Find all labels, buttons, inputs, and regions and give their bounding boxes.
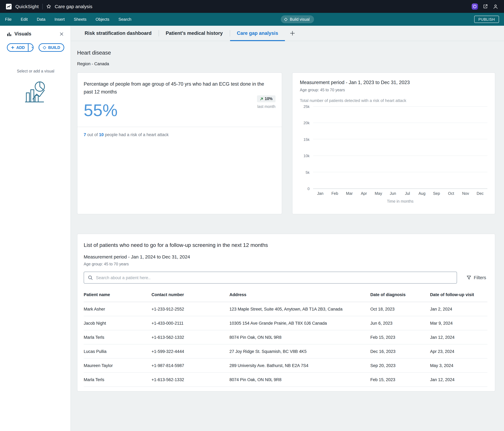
x-tick-label: Dec	[473, 191, 487, 196]
sheet-tab-strip: Risk stratification dashboardPatient’s m…	[71, 26, 504, 41]
x-tick-label: Jul	[400, 191, 415, 196]
x-tick-label: Feb	[328, 191, 342, 196]
cell-contact-number: +1-613-562-1332	[152, 377, 229, 382]
cell-date-of-diagnosis: Dec 16, 2023	[370, 349, 430, 354]
cell-date-of-follow-up-visit: May 3, 2024	[430, 363, 487, 368]
cell-date-of-follow-up-visit: Jan 2, 2024	[430, 307, 487, 311]
x-tick-label: Nov	[459, 191, 473, 196]
y-tick-label: 10k	[304, 154, 310, 158]
plus-icon	[11, 46, 14, 49]
delta-value: 10%	[265, 97, 272, 101]
patient-search-box[interactable]	[84, 272, 457, 284]
footnote-rest: people had a risk of a heart attack	[104, 132, 169, 137]
add-visual-label: ADD	[16, 45, 25, 50]
cell-contact-number: +1-599-322-4444	[152, 349, 229, 354]
menu-bar-items: FileEditDataInsertSheetsObjectsSearch	[5, 17, 131, 22]
build-visual-icon	[284, 17, 288, 21]
tab-risk-stratification-dashboard[interactable]: Risk stratification dashboard	[78, 26, 158, 41]
patients-measurement-period: Measurement period - Jan 1, 2024 to Dec …	[84, 254, 487, 259]
delta-badge: 10%	[257, 95, 275, 102]
y-tick-label: 25k	[304, 104, 310, 109]
table-row: Maureen Taylor+1-987-814-5987289 Univers…	[84, 358, 487, 373]
cell-patient-name: Lucas Pullia	[84, 349, 152, 354]
divider	[42, 4, 43, 9]
chevron-down-icon	[31, 47, 33, 49]
tab-care-gap-analysis[interactable]: Care gap analysis	[230, 26, 285, 41]
chart-card-title: Measurement period - Jan 1, 2023 to Dec …	[300, 80, 487, 85]
top-bar: QuickSight Care gap analysis	[0, 0, 504, 13]
cell-contact-number: +1-233-912-2552	[152, 307, 229, 311]
cell-patient-name: Marla Terls	[84, 377, 152, 382]
add-sheet-button[interactable]	[285, 26, 300, 41]
menu-item-search[interactable]: Search	[118, 17, 131, 22]
cell-date-of-diagnosis: Oct 18, 2023	[370, 307, 430, 311]
divider	[77, 127, 282, 127]
tab-patient-s-medical-history[interactable]: Patient’s medical history	[159, 26, 230, 41]
main-area: Risk stratification dashboardPatient’s m…	[71, 26, 504, 431]
bar-chart: 05k10k15k20k25k JanFebMarAprMayJunJulAug…	[300, 107, 487, 204]
footnote-mid: out of	[86, 132, 99, 137]
x-tick-label: Sep	[429, 191, 444, 196]
cell-date-of-diagnosis: Feb 15, 2023	[370, 335, 430, 339]
x-tick-label: Apr	[357, 191, 371, 196]
sheet-content: Heart disease Region - Canada Percentage…	[71, 41, 504, 431]
empty-visual-hint: Select or add a visual	[7, 69, 64, 73]
brand-name: QuickSight	[15, 4, 39, 9]
bar-chart-card: Measurement period - Jan 1, 2023 to Dec …	[292, 73, 495, 214]
cell-address: 289 University Ave. Bathurst, NB E2A 7S4	[229, 363, 370, 368]
kpi-footnote: 7 out of 10 people had a risk of a heart…	[84, 132, 275, 137]
patients-card-title: List of patients who need to go for a fo…	[84, 242, 487, 248]
cell-address: 27 Joy Ridge St. Squamish, BC V8B 4K5	[229, 349, 370, 354]
table-row: Lucas Pullia+1-599-322-444427 Joy Ridge …	[84, 344, 487, 358]
menu-item-objects[interactable]: Objects	[96, 17, 109, 22]
top-bar-right	[472, 3, 498, 9]
publish-button[interactable]: PUBLISH	[474, 16, 499, 23]
column-header-patient-name: Patient name	[84, 292, 152, 297]
cell-contact-number: +1-433-000-2111	[152, 321, 229, 326]
filters-button[interactable]: Filters	[466, 275, 487, 280]
empty-visual-state: Select or add a visual	[7, 69, 64, 107]
add-visual-button[interactable]: ADD	[7, 43, 34, 52]
build-button[interactable]: BUILD	[38, 43, 64, 52]
open-in-new-icon[interactable]	[483, 4, 488, 9]
favorite-star-icon[interactable]	[46, 4, 51, 9]
footnote-denominator: 10	[99, 132, 104, 137]
menu-item-file[interactable]: File	[5, 17, 12, 22]
menu-item-edit[interactable]: Edit	[21, 17, 28, 22]
top-cards-row: Percentage of people from age group of 4…	[77, 73, 495, 214]
patient-search-input[interactable]	[96, 275, 453, 280]
add-visual-dropdown[interactable]	[28, 44, 33, 51]
build-button-label: BUILD	[48, 45, 60, 50]
x-tick-label: Jun	[386, 191, 400, 196]
column-header-contact-number: Contact number	[152, 292, 229, 297]
cell-patient-name: Marla Terls	[84, 335, 152, 339]
visuals-panel-title: Visuals	[7, 31, 31, 37]
patients-age-group: Age group: 45 to 70 years	[84, 262, 487, 266]
kpi-delta: 10% last month	[257, 95, 275, 109]
column-header-address: Address	[229, 292, 370, 297]
menu-item-insert[interactable]: Insert	[54, 17, 65, 22]
quicksight-app: QuickSight Care gap analysis FileEditDat…	[0, 0, 504, 431]
close-icon[interactable]	[59, 31, 64, 37]
y-tick-label: 5k	[306, 170, 309, 175]
patients-table: Patient nameContact numberAddressDate of…	[84, 288, 487, 387]
visuals-panel-header: Visuals	[7, 31, 64, 37]
x-axis-labels: JanFebMarAprMayJunJulAugSepOctNovDec	[313, 191, 487, 196]
cell-patient-name: Mark Asher	[84, 307, 152, 311]
cell-date-of-follow-up-visit: Jan 12, 2024	[430, 377, 487, 382]
menu-item-sheets[interactable]: Sheets	[74, 17, 87, 22]
menu-item-data[interactable]: Data	[37, 17, 45, 22]
analysis-title: Care gap analysis	[55, 4, 92, 9]
y-axis: 05k10k15k20k25k	[300, 107, 313, 189]
cell-date-of-diagnosis: Sep 20, 2023	[370, 363, 430, 368]
build-visual-button[interactable]: Build visual	[281, 15, 314, 23]
cell-date-of-follow-up-visit: Mar 9, 2024	[430, 321, 487, 326]
add-visual-main: ADD	[8, 44, 28, 51]
cell-address: 8074 Pin Oak, ON N0L 9R8	[229, 377, 370, 382]
y-tick-label: 20k	[304, 121, 310, 125]
chart-title: Total number of patients detected with a…	[300, 98, 487, 103]
trend-up-arrow-icon	[260, 97, 263, 101]
amazon-q-icon[interactable]	[472, 3, 478, 9]
user-icon[interactable]	[493, 4, 498, 9]
quicksight-logo-icon[interactable]	[6, 3, 12, 9]
